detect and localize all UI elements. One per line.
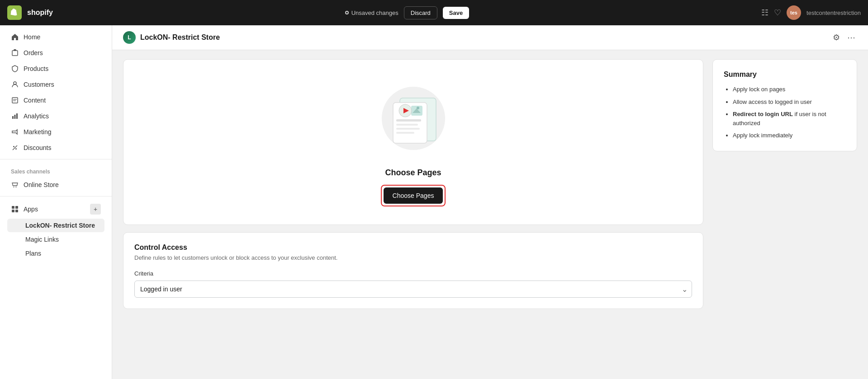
sidebar-item-analytics[interactable]: Analytics	[4, 108, 108, 124]
control-access-description: Define rules to let customers unlock or …	[134, 254, 692, 261]
apps-section: Apps + LockON- Restrict Store Magic Link…	[4, 200, 108, 260]
sidebar-item-discounts[interactable]: Discounts	[4, 140, 108, 155]
svg-rect-30	[396, 128, 420, 130]
sidebar-item-marketing[interactable]: Marketing	[4, 124, 108, 140]
svg-point-1	[14, 82, 16, 84]
summary-item-1-text: Apply lock on pages	[733, 86, 785, 93]
criteria-label: Criteria	[134, 270, 692, 277]
summary-item-2-text: Allow access to logged in user	[733, 98, 812, 105]
choose-pages-button[interactable]: Choose Pages	[384, 187, 443, 204]
apps-header[interactable]: Apps +	[4, 200, 108, 218]
page-header: L LockON- Restrict Store ⚙ ⋯	[112, 25, 868, 50]
sidebar-item-orders[interactable]: Orders	[4, 45, 108, 61]
choose-pages-title: Choose Pages	[385, 168, 441, 178]
svg-rect-13	[12, 206, 14, 209]
customers-icon	[11, 80, 19, 89]
svg-rect-0	[12, 51, 18, 56]
sidebar-marketing-label: Marketing	[24, 128, 51, 136]
sidebar-item-products[interactable]: Products	[4, 61, 108, 76]
sidebar-orders-label: Orders	[24, 49, 43, 56]
svg-rect-29	[396, 124, 418, 126]
plans-label: Plans	[25, 250, 41, 257]
svg-point-25	[417, 107, 419, 109]
sidebar-item-home[interactable]: Home	[4, 29, 108, 45]
choose-pages-card: Choose Pages Choose Pages	[123, 59, 703, 225]
page-header-left: L LockON- Restrict Store	[123, 31, 220, 44]
unsaved-dot	[345, 11, 349, 14]
content-icon	[11, 96, 19, 104]
bell-icon[interactable]: ♡	[774, 8, 781, 18]
sidebar-online-store-label: Online Store	[24, 181, 59, 188]
avatar[interactable]: tes	[787, 5, 801, 20]
save-button[interactable]: Save	[443, 7, 469, 19]
svg-point-12	[16, 187, 17, 187]
svg-rect-16	[15, 210, 18, 212]
analytics-icon	[11, 112, 19, 120]
summary-item-2: Allow access to logged in user	[733, 98, 846, 107]
sidebar-sub-item-plans[interactable]: Plans	[7, 247, 104, 260]
control-access-title: Control Access	[134, 243, 692, 252]
apps-expand-button[interactable]: +	[90, 204, 101, 215]
topbar-center: Unsaved changes Discard Save	[345, 6, 470, 19]
svg-rect-5	[12, 116, 14, 119]
sidebar-divider-2	[0, 196, 112, 197]
svg-point-11	[14, 187, 14, 187]
discounts-icon	[11, 144, 19, 152]
unsaved-badge: Unsaved changes	[345, 9, 398, 16]
app-icon: L	[123, 31, 136, 44]
sidebar-products-label: Products	[24, 65, 48, 72]
main-col: Choose Pages Choose Pages Control Access…	[123, 59, 703, 309]
shopify-logo-text: shopify	[27, 9, 53, 17]
sidebar-item-content[interactable]: Content	[4, 93, 108, 108]
discard-button[interactable]: Discard	[404, 6, 437, 19]
sidebar-item-online-store[interactable]: Online Store	[4, 177, 108, 192]
page-title: LockON- Restrict Store	[140, 33, 220, 42]
control-access-card-body: Control Access Define rules to let custo…	[123, 233, 703, 309]
home-icon	[11, 33, 19, 41]
svg-rect-2	[12, 98, 18, 103]
apps-icon	[11, 205, 19, 213]
svg-rect-28	[396, 119, 421, 122]
sidebar-sub-item-magic-links[interactable]: Magic Links	[7, 233, 104, 246]
lockon-label: LockON- Restrict Store	[25, 222, 95, 229]
criteria-select[interactable]: Logged in user Customer tag Email domain…	[134, 281, 692, 298]
illustration	[373, 78, 454, 159]
summary-item-3-bold: Redirect to login URL	[733, 111, 793, 117]
sidebar-divider-1	[0, 159, 112, 159]
summary-col: Summary Apply lock on pages Allow access…	[712, 59, 857, 309]
sidebar-discounts-label: Discounts	[24, 144, 51, 151]
main-content: Choose Pages Choose Pages Control Access…	[112, 50, 868, 318]
summary-item-3: Redirect to login URL if user is not aut…	[733, 110, 846, 127]
magic-links-label: Magic Links	[25, 236, 59, 243]
more-options-button[interactable]: ⋯	[845, 31, 857, 44]
sidebar-content-label: Content	[24, 97, 46, 104]
shopify-logo-icon	[7, 5, 22, 20]
svg-point-9	[15, 148, 17, 150]
control-access-card: Control Access Define rules to let custo…	[123, 232, 703, 309]
sidebar-sub-item-lockon[interactable]: LockON- Restrict Store	[7, 219, 104, 232]
svg-rect-7	[16, 113, 18, 119]
summary-item-4: Apply lock immediately	[733, 131, 846, 140]
main-layout: Home Orders Products Customers	[0, 25, 868, 379]
svg-rect-14	[15, 206, 18, 209]
sidebar-item-customers[interactable]: Customers	[4, 77, 108, 92]
grid-icon[interactable]: ☷	[761, 8, 768, 18]
username-label: testcontentrestriction	[806, 9, 861, 16]
page-header-right: ⚙ ⋯	[831, 31, 857, 44]
summary-list: Apply lock on pages Allow access to logg…	[724, 85, 846, 140]
settings-icon-button[interactable]: ⚙	[831, 31, 842, 44]
summary-item-4-text: Apply lock immediately	[733, 132, 792, 139]
svg-rect-15	[12, 210, 14, 212]
summary-card: Summary Apply lock on pages Allow access…	[712, 59, 857, 151]
online-store-icon	[11, 181, 19, 189]
apps-label: Apps	[24, 206, 38, 213]
products-icon	[11, 65, 19, 73]
topbar-left: shopify	[7, 5, 53, 20]
topbar-right: ☷ ♡ tes testcontentrestriction	[761, 5, 861, 20]
unsaved-label: Unsaved changes	[351, 9, 398, 16]
svg-point-8	[13, 146, 14, 147]
summary-title: Summary	[724, 70, 846, 79]
choose-pages-card-body: Choose Pages Choose Pages	[123, 60, 703, 225]
svg-rect-6	[14, 115, 16, 119]
choose-pages-button-wrapper: Choose Pages	[381, 185, 446, 206]
